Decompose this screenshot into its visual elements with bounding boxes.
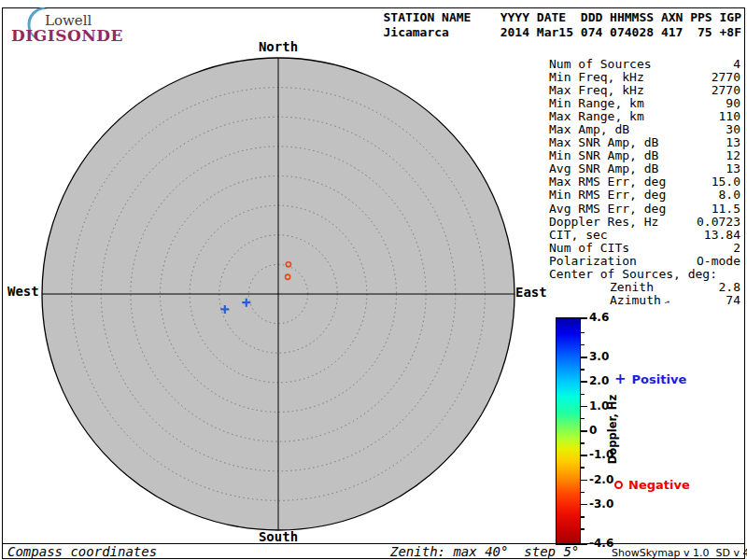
stat-label: Avg SNR Amp, dB	[549, 162, 658, 175]
stat-value: 12	[726, 149, 740, 162]
stat-label: Max SNR Amp, dB	[549, 136, 658, 149]
footer-version-label: ShowSkymap v 1.0 SD v 4.2	[612, 547, 747, 559]
stat-value: 2770	[712, 71, 740, 84]
colorbar-title: Doppler, Hz	[606, 378, 621, 481]
stat-row: Doppler Res, Hz0.0723	[549, 216, 740, 229]
stat-row: Avg RMS Err, deg11.5	[549, 203, 740, 216]
stat-value: 15.0	[712, 175, 740, 189]
stat-label: Max RMS Err, deg	[549, 175, 666, 189]
legend-negative: Negative	[614, 478, 690, 492]
plus-marker-icon: +	[614, 371, 627, 387]
colorbar-minor-tick	[581, 442, 585, 444]
stat-value: 4	[733, 58, 740, 71]
compass-label-south: South	[259, 529, 298, 544]
stat-row: Min SNR Amp, dB12	[549, 149, 740, 162]
stat-value: 74	[726, 294, 740, 307]
colorbar-minor-tick	[581, 344, 585, 346]
colorbar-minor-tick	[581, 332, 585, 334]
stat-value: 11.5	[712, 203, 740, 216]
colorbar-gradient	[556, 317, 581, 545]
stat-row: Min Freq, kHz2770	[549, 71, 740, 84]
header-columns-row: STATION NAME YYYY DATE DDD HHMMSS AXN PP…	[383, 10, 741, 25]
colorbar-minor-tick	[581, 394, 585, 396]
colorbar-major-tick	[581, 381, 587, 383]
stat-value: O-mode	[697, 255, 740, 268]
stat-row: Azimuth↗74	[549, 294, 740, 307]
colorbar-major-tick	[581, 357, 587, 358]
stat-row: Zenith2.8	[549, 281, 740, 294]
stat-row: Max RMS Err, deg15.0	[549, 175, 740, 189]
stat-label: Azimuth↗	[610, 294, 669, 307]
stat-row: Min Range, km90	[549, 97, 740, 110]
colorbar-minor-tick	[581, 516, 585, 518]
stats-panel: Num of Sources4Min Freq, kHz2770Max Freq…	[549, 58, 740, 307]
colorbar-major-tick	[581, 480, 587, 482]
colorbar-major-tick	[581, 455, 587, 456]
compass-label-east: East	[515, 285, 547, 300]
stat-label: Doppler Res, Hz	[549, 216, 658, 229]
stat-label: Num of Sources	[549, 58, 652, 71]
compass-label-north: North	[259, 39, 298, 54]
footer-zenith-range-label: Zenith: max 40° step 5°	[390, 544, 579, 559]
stat-value: 13	[726, 162, 740, 175]
stat-label: Zenith	[610, 281, 654, 294]
colorbar-major-tick	[581, 430, 587, 432]
stat-label: Avg RMS Err, deg	[549, 203, 666, 216]
logo-digisonde-text: DIGISONDE	[11, 26, 123, 45]
colorbar-major-tick	[581, 406, 587, 408]
footer-coordinates-label: Compass coordinates	[7, 544, 157, 559]
stat-row: Center of Sources, deg:	[549, 268, 740, 281]
legend-negative-label: Negative	[628, 478, 690, 492]
stat-label: Polarization	[549, 255, 637, 268]
stat-value: 13.84	[704, 229, 740, 242]
colorbar-major-tick	[581, 317, 587, 319]
stat-row: Min RMS Err, deg8.0	[549, 189, 740, 202]
legend-positive-label: Positive	[632, 372, 687, 386]
stat-label: Num of CITs	[549, 242, 629, 255]
stat-value: 0.0723	[697, 216, 740, 229]
stat-row: Max SNR Amp, dB13	[549, 136, 740, 149]
stat-value: 30	[726, 123, 740, 136]
legend-positive: +Positive	[614, 371, 686, 387]
stat-value: 90	[726, 97, 740, 110]
stat-row: PolarizationO-mode	[549, 255, 740, 268]
colorbar-major-tick	[581, 504, 587, 506]
stat-label: CIT, sec	[549, 229, 608, 242]
stat-value: 2770	[712, 84, 740, 97]
stat-row: Max Range, km110	[549, 110, 740, 123]
stat-value: 2	[733, 242, 740, 255]
colorbar-tick-label: 3.0	[589, 350, 609, 363]
stat-value: 110	[719, 110, 740, 123]
compass-label-west: West	[7, 284, 39, 299]
azimuth-direction-arrow-icon: ↗	[662, 294, 673, 308]
stat-row: CIT, sec13.84	[549, 229, 740, 242]
stat-label: Min Range, km	[549, 97, 644, 110]
colorbar-minor-tick	[581, 467, 585, 469]
stat-label: Max Freq, kHz	[549, 84, 644, 97]
colorbar-tick-label: 0	[589, 424, 597, 437]
stat-label: Min SNR Amp, dB	[549, 149, 658, 162]
circle-marker-icon	[614, 481, 623, 489]
stat-label: Max Amp, dB	[549, 123, 629, 136]
colorbar-minor-tick	[581, 369, 585, 371]
stat-label: Center of Sources, deg:	[549, 268, 717, 281]
colorbar-minor-tick	[581, 528, 585, 530]
colorbar-tick-label: -3.0	[589, 497, 613, 511]
stat-value: 8.0	[719, 189, 740, 202]
stat-label: Min RMS Err, deg	[549, 189, 666, 202]
colorbar-minor-tick	[581, 418, 585, 420]
stat-row: Avg SNR Amp, dB13	[549, 162, 740, 175]
colorbar-minor-tick	[581, 492, 585, 494]
header-station-block: STATION NAME YYYY DATE DDD HHMMSS AXN PP…	[383, 10, 741, 39]
stat-row: Max Freq, kHz2770	[549, 84, 740, 97]
showskymap-window: Lowell DIGISONDE STATION NAME YYYY DATE …	[0, 0, 747, 560]
stat-label: Max Range, km	[549, 110, 644, 123]
colorbar-tick-label: 4.6	[589, 311, 609, 324]
stat-value: 2.8	[719, 281, 740, 294]
stat-row: Num of Sources4	[549, 58, 740, 71]
stat-value: 13	[726, 136, 740, 149]
stat-label: Min Freq, kHz	[549, 71, 644, 84]
stat-row: Max Amp, dB30	[549, 123, 740, 136]
stat-row: Num of CITs2	[549, 242, 740, 255]
header-values-row: Jicamarca 2014 Mar15 074 074028 417 75 +…	[383, 25, 741, 40]
